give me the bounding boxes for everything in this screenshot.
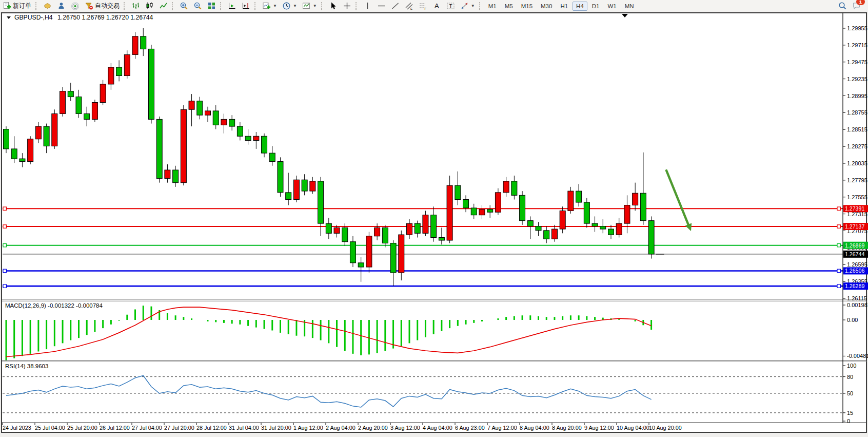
crosshair-tool-button[interactable] xyxy=(340,0,354,12)
candle-body xyxy=(11,149,17,159)
macd-tick-label: 0.00 xyxy=(847,317,858,323)
time-tick-label: 2 Aug 20:00 xyxy=(358,425,388,431)
hline-handle[interactable] xyxy=(837,269,840,272)
candle-body xyxy=(527,221,533,226)
zoom-in-button[interactable] xyxy=(177,0,191,12)
time-tick-label: 31 Jul 04:00 xyxy=(229,425,259,431)
timeframe-button-m30[interactable]: M30 xyxy=(537,2,556,11)
price-tick-label: 1.28755 xyxy=(847,109,867,116)
candlestick-mode-button[interactable] xyxy=(143,0,156,12)
hline-handle[interactable] xyxy=(837,244,840,247)
vertical-line-tool-button[interactable] xyxy=(361,0,374,12)
timeframe-button-d1[interactable]: D1 xyxy=(588,2,603,11)
time-tick-label: 8 Aug 04:00 xyxy=(520,425,549,431)
candle-body xyxy=(229,119,235,126)
candle-body xyxy=(399,235,404,273)
depth-of-market-button[interactable] xyxy=(41,0,54,12)
bar-chart-mode-button[interactable] xyxy=(129,0,143,12)
timeframe-button-m1[interactable]: M1 xyxy=(485,2,500,11)
hline-handle[interactable] xyxy=(3,284,6,288)
candle-body xyxy=(116,67,122,75)
candle-body xyxy=(407,223,412,235)
clock-icon xyxy=(282,2,291,10)
candle-body xyxy=(237,126,243,136)
timeframe-button-mn[interactable]: MN xyxy=(621,2,638,11)
indicators-button[interactable]: ▼ xyxy=(260,0,280,12)
autotrade-icon xyxy=(85,2,93,10)
candle-body xyxy=(165,170,170,178)
cursor-tool-button[interactable] xyxy=(326,0,340,12)
templates-button[interactable]: ▼ xyxy=(300,0,320,12)
autoscroll-button[interactable] xyxy=(225,0,239,12)
hline-handle[interactable] xyxy=(3,269,6,272)
price-tick-label: 1.28035 xyxy=(847,160,867,166)
time-tick-label: 7 Aug 12:00 xyxy=(487,425,517,431)
toolbar-grip xyxy=(35,2,39,10)
time-tick-label: 10 Aug 20:00 xyxy=(649,425,682,431)
hline-handle[interactable] xyxy=(837,284,840,288)
periods-button[interactable]: ▼ xyxy=(280,0,300,12)
candle-body xyxy=(560,211,565,229)
toolbar-grip xyxy=(321,2,325,10)
timeframe-button-m15[interactable]: M15 xyxy=(518,2,536,11)
candle-body xyxy=(624,205,630,224)
candle-body xyxy=(181,109,186,182)
trendline-tool-button[interactable] xyxy=(388,0,402,12)
candle-body xyxy=(269,153,275,161)
candle-body xyxy=(253,136,259,140)
chart-shift-button[interactable] xyxy=(239,0,253,12)
candle-body xyxy=(326,223,331,233)
hline-handle[interactable] xyxy=(837,207,840,210)
timeframe-toolbar: M1M5M15M30H1H4D1W1MN xyxy=(484,2,638,11)
candle-body xyxy=(221,119,227,125)
timeframe-button-w1[interactable]: W1 xyxy=(604,2,620,11)
new-order-label: 新订单 xyxy=(13,2,31,10)
hline-handle[interactable] xyxy=(837,225,840,228)
price-badge-label: 1.26869 xyxy=(845,242,864,249)
price-tick-label: 1.26595 xyxy=(847,261,867,268)
autotrade-button[interactable]: 自动交易 xyxy=(82,0,122,12)
time-tick-label: 25 Jul 04:00 xyxy=(35,425,65,431)
candle-body xyxy=(52,113,57,146)
timeframe-button-m5[interactable]: M5 xyxy=(501,2,517,11)
horizontal-line-tool-button[interactable] xyxy=(374,0,388,12)
price-tick-label: 1.27795 xyxy=(847,177,867,183)
candle-body xyxy=(342,227,348,241)
svg-text:E: E xyxy=(410,7,412,10)
arrows-tool-button[interactable]: ▼ xyxy=(458,0,478,12)
candle-body xyxy=(600,226,606,229)
timeframe-button-h4[interactable]: H4 xyxy=(573,2,587,11)
candlestick-icon xyxy=(145,2,154,10)
candle-body xyxy=(608,229,614,235)
signals-button[interactable] xyxy=(68,0,82,12)
candle-body xyxy=(245,136,251,140)
fibonacci-tool-button[interactable]: F xyxy=(416,0,430,12)
rsi-tick-label: 15 xyxy=(847,410,853,416)
timeframe-button-h1[interactable]: H1 xyxy=(557,2,571,11)
candle-body xyxy=(205,111,211,115)
line-chart-mode-button[interactable] xyxy=(156,0,170,12)
search-icon[interactable] xyxy=(838,2,847,10)
hline-handle[interactable] xyxy=(3,207,6,210)
channel-tool-button[interactable]: E xyxy=(402,0,416,12)
hline-handle[interactable] xyxy=(3,244,6,247)
candle-body xyxy=(447,185,452,240)
zoom-out-button[interactable] xyxy=(191,0,205,12)
candle-body xyxy=(334,227,340,233)
text-tool-button[interactable]: A xyxy=(430,0,444,12)
profile-button[interactable] xyxy=(54,0,68,12)
price-badge-label: 1.26289 xyxy=(845,283,864,289)
svg-text:F: F xyxy=(424,7,426,10)
text-label-tool-button[interactable]: T xyxy=(444,0,458,12)
notifications-button[interactable]: 1 xyxy=(852,1,861,11)
chart-ohlc-values: 1.26750 1.26769 1.26720 1.26744 xyxy=(57,14,153,21)
candle-body xyxy=(382,227,388,243)
price-chart[interactable]: GBPUSD-,H4 1.26750 1.26769 1.26720 1.267… xyxy=(0,0,868,437)
candle-body xyxy=(141,36,146,49)
rsi-label: RSI(14) 38.9603 xyxy=(5,363,48,369)
hline-handle[interactable] xyxy=(3,225,6,228)
tile-windows-button[interactable] xyxy=(205,0,219,12)
new-order-button[interactable]: 新订单 xyxy=(0,0,34,12)
candle-body xyxy=(262,136,267,153)
signal-icon xyxy=(71,2,80,10)
